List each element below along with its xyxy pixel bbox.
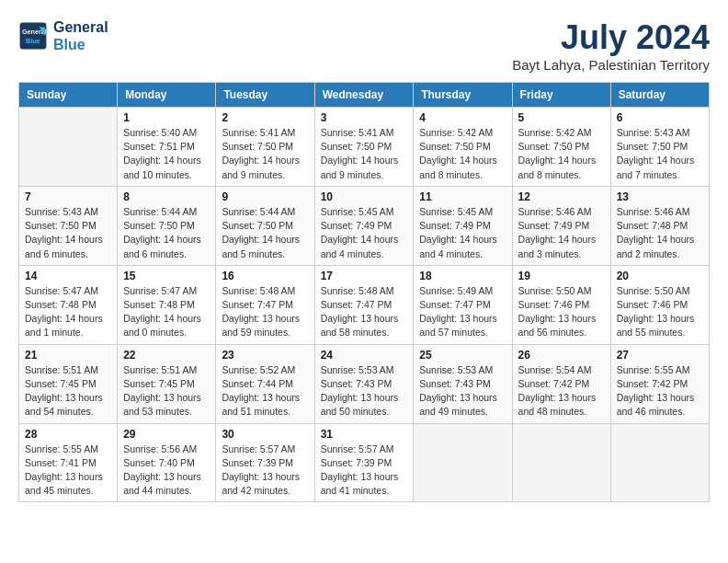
calendar-cell: 10Sunrise: 5:45 AM Sunset: 7:49 PM Dayli… bbox=[314, 186, 414, 265]
day-number: 25 bbox=[419, 349, 506, 362]
day-number: 6 bbox=[617, 111, 703, 124]
calendar-cell: 4Sunrise: 5:42 AM Sunset: 7:50 PM Daylig… bbox=[414, 108, 512, 187]
header-sunday: Sunday bbox=[19, 83, 118, 108]
calendar-cell: 15Sunrise: 5:47 AM Sunset: 7:48 PM Dayli… bbox=[118, 265, 216, 344]
day-info: Sunrise: 5:53 AM Sunset: 7:43 PM Dayligh… bbox=[419, 363, 506, 419]
day-number: 12 bbox=[518, 190, 605, 203]
day-number: 26 bbox=[518, 349, 605, 362]
calendar-cell: 29Sunrise: 5:56 AM Sunset: 7:40 PM Dayli… bbox=[118, 423, 216, 502]
day-number: 29 bbox=[123, 428, 210, 441]
day-number: 8 bbox=[123, 190, 210, 203]
day-info: Sunrise: 5:46 AM Sunset: 7:48 PM Dayligh… bbox=[617, 205, 703, 261]
calendar-cell bbox=[512, 423, 610, 502]
calendar-cell: 3Sunrise: 5:41 AM Sunset: 7:50 PM Daylig… bbox=[314, 108, 414, 187]
day-number: 15 bbox=[123, 270, 210, 282]
day-number: 16 bbox=[222, 270, 308, 282]
calendar-cell: 6Sunrise: 5:43 AM Sunset: 7:50 PM Daylig… bbox=[610, 108, 709, 187]
calendar-cell: 26Sunrise: 5:54 AM Sunset: 7:42 PM Dayli… bbox=[512, 344, 610, 423]
calendar-cell: 27Sunrise: 5:55 AM Sunset: 7:42 PM Dayli… bbox=[610, 344, 709, 423]
calendar-week-5: 28Sunrise: 5:55 AM Sunset: 7:41 PM Dayli… bbox=[19, 423, 710, 502]
calendar-week-1: 1Sunrise: 5:40 AM Sunset: 7:51 PM Daylig… bbox=[19, 108, 710, 187]
calendar-cell: 30Sunrise: 5:57 AM Sunset: 7:39 PM Dayli… bbox=[216, 423, 314, 502]
day-info: Sunrise: 5:42 AM Sunset: 7:50 PM Dayligh… bbox=[518, 126, 605, 182]
logo-icon: General Blue bbox=[18, 21, 48, 51]
calendar-cell: 17Sunrise: 5:48 AM Sunset: 7:47 PM Dayli… bbox=[314, 265, 414, 344]
day-info: Sunrise: 5:41 AM Sunset: 7:50 PM Dayligh… bbox=[321, 126, 408, 182]
calendar-cell: 13Sunrise: 5:46 AM Sunset: 7:48 PM Dayli… bbox=[610, 186, 709, 265]
calendar-cell: 9Sunrise: 5:44 AM Sunset: 7:50 PM Daylig… bbox=[216, 186, 314, 265]
day-number: 17 bbox=[321, 270, 408, 282]
day-info: Sunrise: 5:50 AM Sunset: 7:46 PM Dayligh… bbox=[518, 284, 605, 340]
calendar-cell: 2Sunrise: 5:41 AM Sunset: 7:50 PM Daylig… bbox=[216, 108, 314, 187]
day-number: 19 bbox=[518, 270, 605, 282]
calendar-cell: 11Sunrise: 5:45 AM Sunset: 7:49 PM Dayli… bbox=[414, 186, 512, 265]
calendar-cell: 24Sunrise: 5:53 AM Sunset: 7:43 PM Dayli… bbox=[314, 344, 414, 423]
day-info: Sunrise: 5:48 AM Sunset: 7:47 PM Dayligh… bbox=[321, 284, 408, 340]
day-number: 14 bbox=[25, 270, 111, 282]
calendar-cell: 14Sunrise: 5:47 AM Sunset: 7:48 PM Dayli… bbox=[19, 265, 118, 344]
day-info: Sunrise: 5:45 AM Sunset: 7:49 PM Dayligh… bbox=[419, 205, 506, 261]
day-number: 11 bbox=[419, 190, 506, 203]
calendar-cell: 18Sunrise: 5:49 AM Sunset: 7:47 PM Dayli… bbox=[414, 265, 512, 344]
calendar-week-2: 7Sunrise: 5:43 AM Sunset: 7:50 PM Daylig… bbox=[19, 186, 710, 265]
calendar-cell bbox=[610, 423, 709, 502]
calendar-cell: 22Sunrise: 5:51 AM Sunset: 7:45 PM Dayli… bbox=[118, 344, 216, 423]
day-info: Sunrise: 5:57 AM Sunset: 7:39 PM Dayligh… bbox=[321, 442, 408, 499]
day-number: 3 bbox=[321, 111, 408, 124]
day-number: 31 bbox=[321, 428, 408, 441]
day-number: 22 bbox=[123, 349, 210, 362]
day-info: Sunrise: 5:57 AM Sunset: 7:39 PM Dayligh… bbox=[222, 442, 308, 499]
header-monday: Monday bbox=[118, 83, 216, 108]
day-info: Sunrise: 5:51 AM Sunset: 7:45 PM Dayligh… bbox=[123, 363, 210, 419]
day-info: Sunrise: 5:41 AM Sunset: 7:50 PM Dayligh… bbox=[222, 126, 308, 182]
day-info: Sunrise: 5:44 AM Sunset: 7:50 PM Dayligh… bbox=[222, 205, 308, 261]
day-info: Sunrise: 5:47 AM Sunset: 7:48 PM Dayligh… bbox=[123, 284, 210, 340]
header-tuesday: Tuesday bbox=[216, 83, 314, 108]
day-number: 20 bbox=[617, 270, 703, 282]
day-info: Sunrise: 5:44 AM Sunset: 7:50 PM Dayligh… bbox=[123, 205, 210, 261]
day-number: 23 bbox=[222, 349, 308, 362]
day-info: Sunrise: 5:40 AM Sunset: 7:51 PM Dayligh… bbox=[123, 126, 210, 182]
svg-text:Blue: Blue bbox=[26, 37, 40, 45]
calendar-cell: 16Sunrise: 5:48 AM Sunset: 7:47 PM Dayli… bbox=[216, 265, 314, 344]
logo-general: General bbox=[53, 18, 108, 36]
day-info: Sunrise: 5:47 AM Sunset: 7:48 PM Dayligh… bbox=[25, 284, 111, 340]
calendar-cell: 1Sunrise: 5:40 AM Sunset: 7:51 PM Daylig… bbox=[118, 108, 216, 187]
calendar-cell: 21Sunrise: 5:51 AM Sunset: 7:45 PM Dayli… bbox=[19, 344, 118, 423]
day-info: Sunrise: 5:42 AM Sunset: 7:50 PM Dayligh… bbox=[419, 126, 506, 182]
day-number: 1 bbox=[123, 111, 210, 124]
day-number: 21 bbox=[25, 349, 111, 362]
calendar-cell: 25Sunrise: 5:53 AM Sunset: 7:43 PM Dayli… bbox=[414, 344, 512, 423]
day-info: Sunrise: 5:43 AM Sunset: 7:50 PM Dayligh… bbox=[25, 205, 111, 261]
header-friday: Friday bbox=[512, 83, 610, 108]
calendar-cell: 5Sunrise: 5:42 AM Sunset: 7:50 PM Daylig… bbox=[512, 108, 610, 187]
calendar-cell: 12Sunrise: 5:46 AM Sunset: 7:49 PM Dayli… bbox=[512, 186, 610, 265]
calendar-header-row: SundayMondayTuesdayWednesdayThursdayFrid… bbox=[19, 83, 710, 108]
calendar-cell: 31Sunrise: 5:57 AM Sunset: 7:39 PM Dayli… bbox=[314, 423, 414, 502]
day-info: Sunrise: 5:46 AM Sunset: 7:49 PM Dayligh… bbox=[518, 205, 605, 261]
day-info: Sunrise: 5:50 AM Sunset: 7:46 PM Dayligh… bbox=[617, 284, 703, 340]
header-thursday: Thursday bbox=[414, 83, 512, 108]
day-number: 28 bbox=[25, 428, 111, 441]
day-number: 24 bbox=[321, 349, 408, 362]
day-info: Sunrise: 5:55 AM Sunset: 7:41 PM Dayligh… bbox=[25, 442, 111, 499]
day-info: Sunrise: 5:53 AM Sunset: 7:43 PM Dayligh… bbox=[321, 363, 408, 419]
calendar-cell: 23Sunrise: 5:52 AM Sunset: 7:44 PM Dayli… bbox=[216, 344, 314, 423]
day-info: Sunrise: 5:48 AM Sunset: 7:47 PM Dayligh… bbox=[222, 284, 308, 340]
day-number: 5 bbox=[518, 111, 605, 124]
day-number: 4 bbox=[419, 111, 506, 124]
header-saturday: Saturday bbox=[610, 83, 709, 108]
calendar-week-3: 14Sunrise: 5:47 AM Sunset: 7:48 PM Dayli… bbox=[19, 265, 710, 344]
day-info: Sunrise: 5:51 AM Sunset: 7:45 PM Dayligh… bbox=[25, 363, 111, 419]
day-number: 27 bbox=[617, 349, 703, 362]
day-number: 13 bbox=[617, 190, 703, 203]
calendar-cell: 7Sunrise: 5:43 AM Sunset: 7:50 PM Daylig… bbox=[19, 186, 118, 265]
calendar-cell: 28Sunrise: 5:55 AM Sunset: 7:41 PM Dayli… bbox=[19, 423, 118, 502]
header-wednesday: Wednesday bbox=[314, 83, 414, 108]
day-info: Sunrise: 5:49 AM Sunset: 7:47 PM Dayligh… bbox=[419, 284, 506, 340]
location-title: Bayt Lahya, Palestinian Territory bbox=[512, 57, 710, 73]
day-number: 7 bbox=[25, 190, 111, 203]
day-number: 9 bbox=[222, 190, 308, 203]
calendar-table: SundayMondayTuesdayWednesdayThursdayFrid… bbox=[18, 82, 710, 502]
calendar-week-4: 21Sunrise: 5:51 AM Sunset: 7:45 PM Dayli… bbox=[19, 344, 710, 423]
